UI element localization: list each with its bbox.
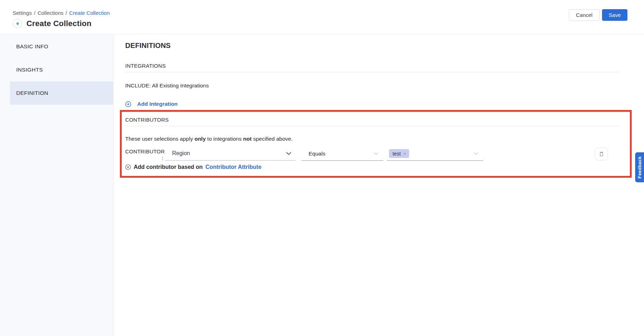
contributors-highlight-box: CONTRIBUTORS These user selections apply… xyxy=(120,110,632,178)
operator-select-value: Equals xyxy=(309,151,325,157)
breadcrumb-settings[interactable]: Settings xyxy=(13,10,32,16)
feedback-tab[interactable]: Feedback xyxy=(635,152,644,182)
page-header: Settings/Collections/Create Collection C… xyxy=(0,0,644,34)
attribute-select-value: Region xyxy=(172,150,190,157)
definitions-title: DEFINITIONS xyxy=(125,42,620,50)
value-tag: test × xyxy=(389,149,409,158)
breadcrumb-collections[interactable]: Collections xyxy=(37,10,63,16)
attribute-select[interactable]: Region xyxy=(165,147,296,161)
cancel-button[interactable]: Cancel xyxy=(569,9,600,21)
back-arrow-icon xyxy=(15,21,20,26)
sidebar-item-basic-info[interactable]: BASIC INFO xyxy=(10,35,113,58)
contributor-label: CONTRIBUTOR : xyxy=(125,147,163,161)
add-contributor-link[interactable]: Add contributor based on Contributor Att… xyxy=(125,164,618,170)
delete-rule-button[interactable] xyxy=(595,147,608,160)
chevron-down-icon xyxy=(286,152,291,155)
feedback-tab-label: Feedback xyxy=(637,156,642,178)
contributor-attribute-link[interactable]: Contributor Attribute xyxy=(206,164,261,170)
breadcrumb-current[interactable]: Create Collection xyxy=(69,10,110,16)
sidebar-item-definition[interactable]: DEFINITION xyxy=(10,81,113,105)
plus-circle-icon xyxy=(125,101,131,107)
sidebar-item-insights[interactable]: INSIGHTS xyxy=(10,58,113,81)
value-tag-text: test xyxy=(393,151,401,157)
contributor-rule-row: CONTRIBUTOR : Region Equals xyxy=(125,147,618,161)
contributors-note: These user selections apply only to inte… xyxy=(125,136,618,142)
integrations-include-text: INCLUDE: All Existing Integrations xyxy=(125,83,620,89)
add-contributor-prefix: Add contributor based on xyxy=(134,164,203,170)
breadcrumb: Settings/Collections/Create Collection xyxy=(13,10,110,16)
integrations-section-header: INTEGRATIONS xyxy=(125,63,620,72)
add-integration-link[interactable]: Add Integration xyxy=(125,101,620,107)
save-button[interactable]: Save xyxy=(602,9,627,21)
breadcrumb-separator: / xyxy=(34,10,35,16)
plus-circle-icon xyxy=(125,164,131,170)
tag-remove-icon[interactable]: × xyxy=(403,151,406,157)
back-button[interactable] xyxy=(13,19,22,28)
chevron-down-icon xyxy=(474,152,479,155)
trash-icon xyxy=(599,151,604,157)
page-title: Create Collection xyxy=(26,19,91,28)
sidebar: BASIC INFO INSIGHTS DEFINITION xyxy=(0,34,114,336)
operator-select[interactable]: Equals xyxy=(302,147,383,161)
add-integration-label: Add Integration xyxy=(137,101,178,107)
contributors-section-header: CONTRIBUTORS xyxy=(125,117,618,126)
chevron-down-icon xyxy=(374,152,379,155)
main-content: DEFINITIONS INTEGRATIONS INCLUDE: All Ex… xyxy=(114,34,644,336)
values-select[interactable]: test × xyxy=(387,147,483,161)
breadcrumb-separator: / xyxy=(66,10,67,16)
